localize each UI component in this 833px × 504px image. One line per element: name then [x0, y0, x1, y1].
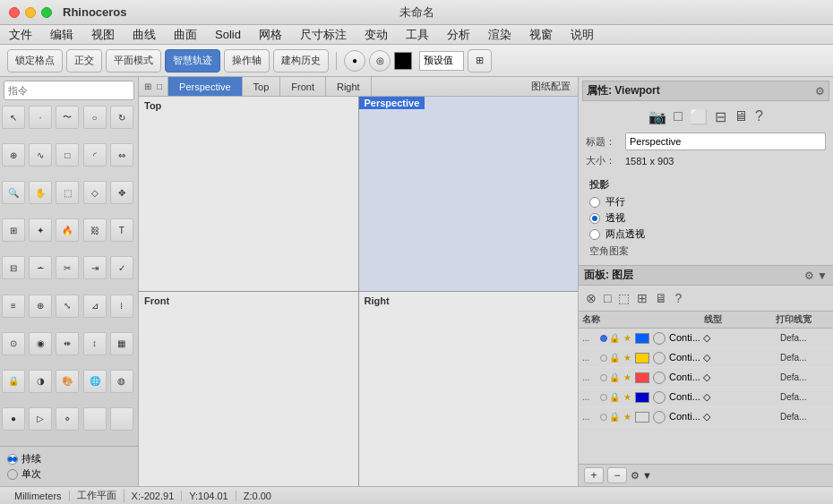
remove-layer-button[interactable]: − [607, 467, 627, 483]
menu-item-工具[interactable]: 工具 [404, 27, 431, 43]
viewport-front[interactable]: Front [139, 292, 358, 486]
tool-visibility[interactable]: ◑ [29, 370, 52, 393]
single-layout-icon[interactable]: □ [155, 81, 164, 91]
tab-perspective[interactable]: Perspective [168, 77, 242, 96]
menu-item-曲线[interactable]: 曲线 [131, 27, 158, 43]
two-point-radio[interactable] [589, 229, 600, 240]
tool-lasso[interactable]: ∿ [29, 143, 52, 167]
tool-grid2[interactable]: ⊟ [2, 256, 25, 279]
menu-item-分析[interactable]: 分析 [445, 27, 472, 43]
tool-globe[interactable]: ● [2, 407, 25, 431]
tool-arc[interactable]: ◜ [83, 143, 107, 167]
tool-extend[interactable]: ⇥ [83, 256, 107, 279]
tool-pan[interactable]: ✋ [29, 181, 52, 204]
viewport-right[interactable]: Right [359, 292, 579, 486]
single-radio[interactable] [7, 469, 18, 480]
layer-linetype-circle[interactable] [653, 411, 666, 423]
tool-move[interactable]: ✥ [110, 181, 133, 204]
layer-lock-icon[interactable]: 🔒 [609, 353, 620, 363]
grid-layout-icon[interactable]: ⊞ [142, 81, 153, 91]
maximize-button[interactable] [41, 7, 52, 18]
parallel-option[interactable]: 平行 [589, 195, 822, 209]
ortho-button[interactable]: 正交 [66, 49, 102, 73]
perspective-option[interactable]: 透视 [589, 211, 822, 225]
close-button[interactable] [9, 7, 20, 18]
layer-color-swatch[interactable] [635, 353, 649, 363]
tab-paper-config[interactable]: 图纸配置 [524, 77, 578, 96]
menu-item-网格[interactable]: 网格 [257, 27, 284, 43]
preset-value[interactable]: 预设值 [419, 51, 464, 71]
tool-sphere[interactable]: 🌐 [83, 370, 107, 393]
menu-item-变动[interactable]: 变动 [363, 27, 390, 43]
help-icon[interactable]: ? [755, 108, 763, 125]
layer-lock-icon[interactable]: 🔒 [609, 392, 620, 402]
tool-color[interactable]: 🎨 [56, 370, 79, 393]
layer-color-swatch[interactable] [635, 392, 649, 403]
cube-icon[interactable]: ⬜ [690, 108, 708, 125]
command-input[interactable] [4, 81, 134, 100]
menu-item-编辑[interactable]: 编辑 [48, 27, 75, 43]
layer-color-swatch[interactable] [635, 372, 649, 383]
layer-color-swatch[interactable] [635, 412, 649, 423]
tool-text[interactable]: T [110, 218, 133, 242]
viewport-top[interactable]: Top [139, 97, 358, 291]
layer-active-dot[interactable] [600, 335, 607, 342]
tab-top[interactable]: Top [243, 77, 281, 96]
single-option[interactable]: 单次 [7, 467, 131, 481]
tool-flame[interactable]: 🔥 [56, 218, 79, 242]
tool-select[interactable]: ⊕ [2, 143, 25, 167]
tool-layer2[interactable]: ⊕ [29, 295, 52, 318]
layer-dot[interactable] [600, 414, 607, 421]
tool-layers[interactable]: ≡ [2, 295, 25, 318]
tool-dim2[interactable]: ↕ [83, 332, 107, 355]
tool-align[interactable]: ⊿ [83, 295, 107, 318]
camera-icon[interactable]: 📷 [648, 108, 666, 125]
tool-node[interactable]: ⋄ [56, 407, 79, 431]
menu-item-视图[interactable]: 视图 [90, 27, 116, 43]
tool-lock[interactable]: 🔒 [2, 370, 25, 393]
layers-monitor-icon[interactable]: 🖥 [653, 289, 669, 307]
lock-grid-button[interactable]: 锁定格点 [7, 49, 63, 73]
tool-point[interactable]: · [29, 106, 52, 129]
tool-surface[interactable]: ◇ [83, 181, 107, 204]
layer-row[interactable]: ... 🔒 ★ Conti... ◇ Defa... [579, 388, 833, 407]
layers-cube-icon[interactable]: ⬚ [616, 289, 631, 307]
layers-settings-button[interactable]: ⚙ ▼ [631, 470, 652, 482]
layers-page-icon[interactable]: □ [602, 289, 613, 307]
tool-triangle[interactable]: ▷ [29, 407, 52, 431]
build-history-button[interactable]: 建构历史 [273, 49, 329, 73]
layer-row[interactable]: ... 🔒 ★ Conti... ◇ Defa... [579, 329, 833, 348]
monitor-icon[interactable]: 🖥 [734, 108, 748, 125]
layer-row[interactable]: ... 🔒 ★ Conti... ◇ Defa... [579, 407, 833, 427]
layer-dot[interactable] [600, 394, 607, 401]
tab-front[interactable]: Front [280, 77, 326, 96]
tool-dim[interactable]: ⇺ [56, 332, 79, 355]
parallel-radio[interactable] [589, 197, 600, 208]
grid-icon[interactable]: ⊟ [715, 108, 726, 125]
menu-item-渲染[interactable]: 渲染 [486, 27, 513, 43]
tool-zoom[interactable]: 🔍 [2, 181, 25, 204]
continuous-option[interactable]: 持续 [7, 452, 131, 466]
add-layer-button[interactable]: + [584, 467, 604, 483]
layers-grid-icon[interactable]: ⊞ [635, 289, 649, 307]
viewport-perspective[interactable]: Perspective [359, 97, 579, 291]
circle-btn-1[interactable]: ● [344, 50, 365, 72]
menu-item-说明[interactable]: 说明 [569, 27, 596, 43]
tool-mirror[interactable]: ⇔ [110, 143, 133, 167]
minimize-button[interactable] [25, 7, 36, 18]
menu-item-曲面[interactable]: 曲面 [172, 27, 199, 43]
tool-point2[interactable]: ∸ [29, 256, 52, 279]
tool-rotate[interactable]: ↻ [110, 106, 133, 129]
smart-track-button[interactable]: 智慧轨迹 [165, 49, 220, 73]
preset-panel-toggle[interactable]: ⊞ [468, 49, 492, 73]
circle-btn-2[interactable]: ◎ [369, 50, 391, 72]
layers-stack-icon[interactable]: ⊗ [584, 289, 598, 307]
two-point-option[interactable]: 两点透视 [589, 227, 822, 241]
tool-curve[interactable]: 〜 [56, 106, 79, 129]
menu-item-Solid[interactable]: Solid [213, 28, 243, 41]
menu-item-文件[interactable]: 文件 [7, 27, 34, 43]
layer-dot[interactable] [600, 355, 607, 362]
layer-linetype-circle[interactable] [653, 391, 666, 404]
color-picker[interactable] [394, 52, 412, 70]
layer-dot[interactable] [600, 374, 607, 381]
